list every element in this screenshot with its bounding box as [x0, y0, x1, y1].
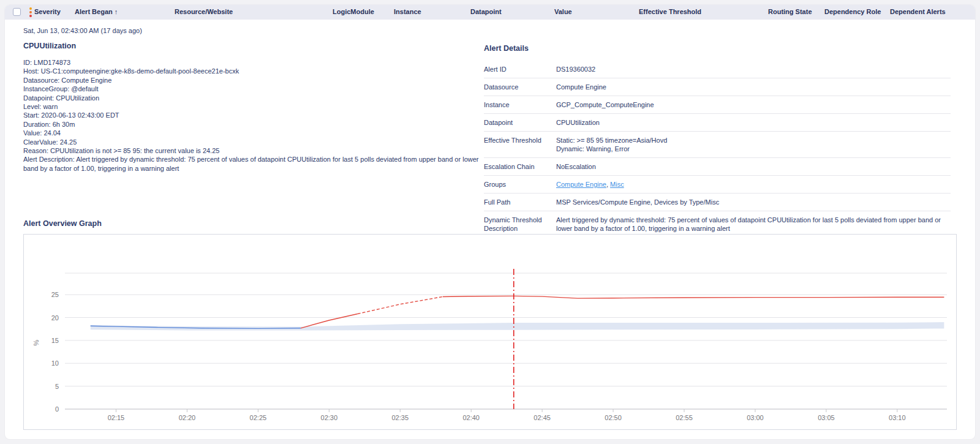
alert-details-row: Escalation ChainNoEscalation: [484, 158, 951, 176]
x-tick-label: 02:35: [391, 414, 409, 421]
column-header-datapoint[interactable]: Datapoint: [470, 8, 502, 15]
alert-details-row: Dynamic Threshold DescriptionAlert trigg…: [484, 211, 951, 237]
detail-value: NoEscalation: [556, 162, 951, 171]
alert-detail-card: SeverityAlert Began↑Resource/WebsiteLogi…: [5, 5, 975, 439]
alert-summary-line: InstanceGroup: @default: [23, 85, 479, 93]
x-tick-label: 02:50: [605, 414, 622, 421]
alert-details-title: Alert Details: [484, 44, 951, 53]
alert-details-row: Alert IDDS19360032: [484, 61, 951, 78]
alert-began-timestamp: Sat, Jun 13, 02:43:00 AM (17 days ago): [23, 27, 142, 34]
x-tick-label: 02:40: [462, 414, 480, 421]
detail-label: Full Path: [484, 198, 556, 206]
alert-details-row: Full PathMSP Services/Compute Engine, De…: [484, 194, 951, 211]
select-all-checkbox[interactable]: [13, 8, 21, 16]
group-link[interactable]: Misc: [610, 181, 624, 188]
column-header-logicmodule[interactable]: LogicModule: [333, 8, 374, 15]
y-tick-label: 20: [51, 314, 59, 322]
detail-label: Datasource: [484, 83, 556, 91]
series-cpuutilization-in-alert: [443, 296, 944, 298]
x-tick-label: 03:00: [747, 414, 764, 421]
alert-summary-line: Alert Description: Alert triggered by dy…: [23, 155, 479, 173]
y-tick-label: 25: [51, 291, 59, 298]
alert-summary-line: Duration: 6h 30m: [23, 120, 479, 129]
series-cpuutilization-rising-detected: [358, 297, 443, 314]
dynamic-threshold-band: [91, 322, 944, 330]
alert-summary-line: Level: warn: [23, 102, 479, 111]
detail-label: Instance: [484, 100, 556, 109]
x-tick-label: 02:15: [108, 414, 125, 421]
column-header-dependent-alerts[interactable]: Dependent Alerts: [890, 8, 946, 15]
x-tick-label: 02:25: [250, 414, 267, 421]
alert-table-header: SeverityAlert Began↑Resource/WebsiteLogi…: [5, 5, 975, 20]
x-tick-label: 02:55: [676, 414, 693, 421]
alert-details-row: InstanceGCP_Compute_ComputeEngine: [484, 96, 951, 114]
severity-dots-icon: [29, 7, 32, 17]
x-tick-label: 02:20: [179, 414, 196, 421]
alert-summary-line: Start: 2020-06-13 02:43:00 EDT: [23, 111, 479, 119]
y-tick-label: 0: [55, 405, 59, 413]
sort-ascending-icon: ↑: [115, 8, 118, 15]
detail-value: CPUUtilization: [556, 118, 951, 127]
column-header-routing-state[interactable]: Routing State: [768, 8, 812, 15]
column-header-effective-threshold[interactable]: Effective Threshold: [639, 8, 701, 15]
alert-summary-line: Datapoint: CPUUtilization: [23, 94, 479, 102]
alert-summary-panel: CPUUtilization ID: LMD174873Host: US-C1:…: [23, 42, 479, 173]
y-axis-label: %: [32, 340, 40, 346]
group-link[interactable]: Compute Engine: [556, 181, 606, 188]
alert-overview-graph: 0510152025%02:1502:2002:2502:3002:3502:4…: [23, 234, 957, 430]
alert-details-row: DatasourceCompute Engine: [484, 78, 951, 96]
alerts-page: SeverityAlert Began↑Resource/WebsiteLogi…: [0, 0, 980, 444]
alert-details-row: DatapointCPUUtilization: [484, 114, 951, 132]
x-tick-label: 02:30: [321, 414, 338, 421]
column-header-alert-began[interactable]: Alert Began↑: [75, 8, 118, 15]
y-tick-label: 10: [51, 359, 59, 367]
column-header-dependency-role[interactable]: Dependency Role: [824, 8, 881, 15]
alert-summary-line: Reason: CPUUtilization is not >= 85 95: …: [23, 146, 479, 155]
detail-value: Compute Engine: [556, 83, 951, 91]
alert-details-row: Effective ThresholdStatic: >= 85 95 time…: [484, 132, 951, 158]
alert-details-panel: Alert Details Alert IDDS19360032Datasour…: [484, 44, 951, 237]
alert-overview-chart: 0510152025%02:1502:2002:2502:3002:3502:4…: [24, 235, 956, 429]
column-header-value[interactable]: Value: [554, 8, 572, 15]
detail-value: DS19360032: [556, 65, 951, 73]
y-tick-label: 5: [55, 383, 59, 390]
x-tick-label: 02:45: [533, 414, 551, 421]
column-header-severity[interactable]: Severity: [34, 8, 61, 15]
x-tick-label: 03:10: [889, 414, 906, 421]
alert-summary-line: Host: US-C1:computeengine:gke-k8s-demo-d…: [23, 67, 479, 75]
detail-label: Datapoint: [484, 118, 556, 127]
alert-overview-graph-title: Alert Overview Graph: [23, 219, 102, 228]
detail-label: Alert ID: [484, 65, 556, 73]
x-tick-label: 03:05: [818, 414, 835, 421]
column-header-instance[interactable]: Instance: [394, 8, 421, 15]
column-header-resource-website[interactable]: Resource/Website: [175, 8, 233, 15]
detail-label: Dynamic Threshold Description: [484, 216, 556, 233]
detail-value: Compute Engine, Misc: [556, 180, 951, 189]
y-tick-label: 15: [51, 337, 59, 344]
detail-value: GCP_Compute_ComputeEngine: [556, 100, 951, 109]
detail-value: MSP Services/Compute Engine, Devices by …: [556, 198, 951, 206]
alert-summary-line: Datasource: Compute Engine: [23, 76, 479, 85]
alert-summary-line: ClearValue: 24.25: [23, 138, 479, 146]
detail-value: Alert triggered by dynamic threshold: 75…: [556, 216, 951, 233]
detail-label: Escalation Chain: [484, 162, 556, 171]
alert-summary-line: Value: 24.04: [23, 129, 479, 137]
alert-summary-line: ID: LMD174873: [23, 58, 479, 67]
detail-value: Static: >= 85 95 timezone=Asia/HovdDynam…: [556, 136, 951, 153]
detail-label: Effective Threshold: [484, 136, 556, 153]
detail-label: Groups: [484, 180, 556, 189]
alert-details-row: GroupsCompute Engine, Misc: [484, 176, 951, 194]
alert-title: CPUUtilization: [23, 42, 479, 50]
